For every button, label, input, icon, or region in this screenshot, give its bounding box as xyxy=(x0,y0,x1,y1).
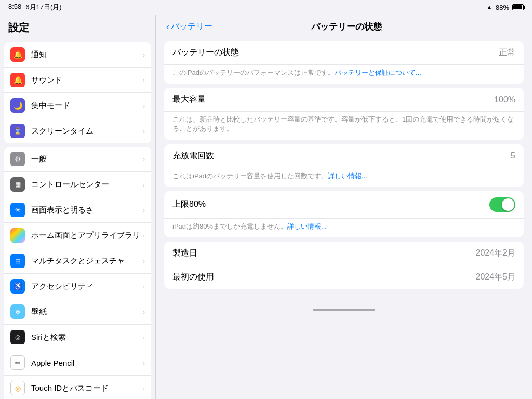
sidebar-item-screentime[interactable]: ⌛ スクリーンタイム › xyxy=(4,118,151,143)
general-icon: ⚙ xyxy=(10,152,25,166)
status-time: 8:58 xyxy=(8,3,21,12)
charge-cycles-label: 充放電回数 xyxy=(172,151,214,162)
status-bar-left: 8:58 6月17日(月) xyxy=(8,3,62,12)
sidebar-item-general[interactable]: ⚙ 一般 › xyxy=(4,147,151,172)
limit-section: 上限80% iPadは約80%までしか充電しません。詳しい情報... xyxy=(164,191,524,237)
wallpaper-icon: ❄ xyxy=(10,304,25,319)
limit-80-description: iPadは約80%までしか充電しません。詳しい情報... xyxy=(164,219,524,237)
battery-status-value: 正常 xyxy=(499,47,515,58)
content-area: ‹ バッテリー バッテリーの状態 バッテリーの状態 正常 このiPadのバッテリ… xyxy=(156,15,532,399)
sidebar-group-2: ⚙ 一般 › ▦ コントロールセンター › ☀ 画面表示と明るさ › xyxy=(4,147,151,399)
sidebar-header: 設定 xyxy=(0,15,155,39)
charge-cycles-value: 5 xyxy=(511,151,515,161)
sidebar-item-control[interactable]: ▦ コントロールセンター › xyxy=(4,172,151,197)
wallpaper-label: 壁紙 xyxy=(31,307,47,317)
chevron-icon: › xyxy=(143,76,145,84)
sidebar: 設定 🔔 通知 › 🔔 サウンド › 🌙 集中モード xyxy=(0,15,156,399)
sidebar-item-applepencil[interactable]: ✏ Apple Pencil › xyxy=(4,350,151,376)
charge-cycles-description: これはiPadのバッテリー容量を使用した回数です。詳しい情報... xyxy=(164,168,524,187)
wifi-icon: ▲ xyxy=(486,4,493,11)
accessibility-icon: ♿ xyxy=(10,279,25,294)
chevron-icon: › xyxy=(143,155,145,163)
sidebar-item-sound[interactable]: 🔔 サウンド › xyxy=(4,68,151,93)
sound-icon: 🔔 xyxy=(10,73,25,87)
status-bar: 8:58 6月17日(月) ▲ 88% xyxy=(0,0,532,15)
battery-percent: 88% xyxy=(496,4,509,11)
sidebar-item-homescreen[interactable]: ホーム画面とアプリライブラリ › xyxy=(4,223,151,248)
sidebar-item-multitask[interactable]: ⊟ マルチタスクとジェスチャ › xyxy=(4,248,151,274)
manufacture-section: 製造日 2024年2月 最初の使用 2024年5月 xyxy=(164,242,524,289)
chevron-icon: › xyxy=(143,334,145,341)
charge-cycles-section: 充放電回数 5 これはiPadのバッテリー容量を使用した回数です。詳しい情報..… xyxy=(164,144,524,187)
touchid-label: Touch IDとパスコード xyxy=(31,383,109,393)
applepencil-icon: ✏ xyxy=(10,355,25,370)
chevron-icon: › xyxy=(143,257,145,265)
limit-80-toggle[interactable] xyxy=(489,197,515,212)
first-use-label: 最初の使用 xyxy=(172,272,214,283)
chevron-icon: › xyxy=(143,51,145,59)
back-chevron-icon: ‹ xyxy=(166,21,169,32)
battery-fill xyxy=(513,5,522,9)
accessibility-label: アクセシビリティ xyxy=(31,282,94,291)
limit-80-row: 上限80% xyxy=(164,191,524,219)
cycles-detail-link[interactable]: 詳しい情報... xyxy=(328,172,367,180)
homescreen-icon xyxy=(10,228,25,243)
manufacture-date-value: 2024年2月 xyxy=(476,248,516,259)
sidebar-item-display[interactable]: ☀ 画面表示と明るさ › xyxy=(4,197,151,223)
chevron-icon: › xyxy=(143,384,145,392)
sidebar-item-siri[interactable]: ◎ Siriと検索 › xyxy=(4,325,151,350)
page-title: バッテリーの状態 xyxy=(212,21,480,33)
max-capacity-row: 最大容量 100% xyxy=(164,88,524,112)
notifications-icon: 🔔 xyxy=(10,47,25,62)
chevron-icon: › xyxy=(143,283,145,290)
content-header: ‹ バッテリー バッテリーの状態 xyxy=(156,15,532,37)
control-icon: ▦ xyxy=(10,177,25,192)
homescreen-label: ホーム画面とアプリライブラリ xyxy=(31,231,140,241)
control-label: コントロールセンター xyxy=(31,180,109,190)
max-capacity-value: 100% xyxy=(494,95,515,104)
siri-icon: ◎ xyxy=(10,330,25,344)
status-date: 6月17日(月) xyxy=(25,3,61,12)
chevron-icon: › xyxy=(143,127,145,135)
applepencil-label: Apple Pencil xyxy=(31,358,74,367)
max-capacity-description: これは、新品時と比較したバッテリー容量の基準です。容量が低下すると、1回の充電で… xyxy=(164,112,524,140)
display-label: 画面表示と明るさ xyxy=(31,205,94,215)
back-button[interactable]: ‹ バッテリー xyxy=(166,21,212,32)
sidebar-item-accessibility[interactable]: ♿ アクセシビリティ › xyxy=(4,274,151,299)
chevron-icon: › xyxy=(143,359,145,367)
focus-label: 集中モード xyxy=(31,101,70,111)
battery-status-description: このiPadのバッテリーのパフォーマンスは正常です。バッテリーと保証について..… xyxy=(164,65,524,84)
screentime-label: スクリーンタイム xyxy=(31,126,94,136)
focus-icon: 🌙 xyxy=(10,98,25,113)
touchid-icon: ◎ xyxy=(10,381,25,395)
chevron-icon: › xyxy=(143,102,145,110)
multitask-label: マルチタスクとジェスチャ xyxy=(31,256,125,266)
charge-cycles-row: 充放電回数 5 xyxy=(164,144,524,168)
first-use-value: 2024年5月 xyxy=(476,272,516,283)
screentime-icon: ⌛ xyxy=(10,124,25,138)
battery-status-row: バッテリーの状態 正常 xyxy=(164,41,524,65)
limit-detail-link[interactable]: 詳しい情報... xyxy=(287,222,327,230)
siri-label: Siriと検索 xyxy=(31,332,66,342)
manufacture-date-row: 製造日 2024年2月 xyxy=(164,242,524,265)
display-icon: ☀ xyxy=(10,203,25,217)
sound-label: サウンド xyxy=(31,75,62,85)
limit-80-label: 上限80% xyxy=(172,199,206,210)
home-indicator xyxy=(313,309,375,311)
notifications-label: 通知 xyxy=(31,50,47,60)
sidebar-item-touchid[interactable]: ◎ Touch IDとパスコード › xyxy=(4,376,151,399)
chevron-icon: › xyxy=(143,181,145,189)
battery-status-label: バッテリーの状態 xyxy=(172,47,239,58)
max-capacity-label: 最大容量 xyxy=(172,94,206,105)
sidebar-item-notifications[interactable]: 🔔 通知 › xyxy=(4,42,151,68)
sidebar-item-wallpaper[interactable]: ❄ 壁紙 › xyxy=(4,299,151,325)
status-bar-right: ▲ 88% xyxy=(486,4,524,11)
chevron-icon: › xyxy=(143,308,145,316)
max-capacity-section: 最大容量 100% これは、新品時と比較したバッテリー容量の基準です。容量が低下… xyxy=(164,88,524,140)
multitask-icon: ⊟ xyxy=(10,254,25,268)
battery-warranty-link[interactable]: バッテリーと保証について... xyxy=(335,69,421,76)
back-label: バッテリー xyxy=(171,21,212,32)
manufacture-date-label: 製造日 xyxy=(172,248,197,259)
sidebar-item-focus[interactable]: 🌙 集中モード › xyxy=(4,93,151,118)
first-use-row: 最初の使用 2024年5月 xyxy=(164,265,524,289)
